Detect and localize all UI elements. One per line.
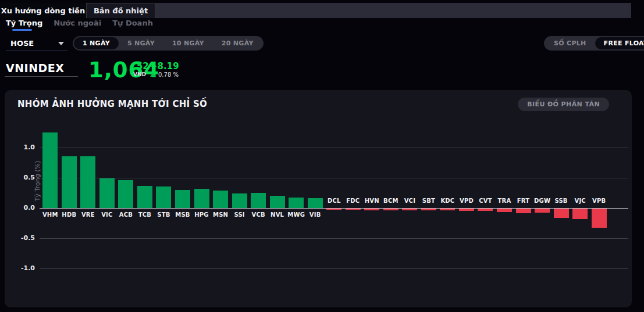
bar-msn[interactable]: [213, 191, 228, 208]
index-name-underline: [5, 76, 78, 77]
index-value: 1,064: [88, 58, 159, 83]
bar-slot-vjc: VJC: [571, 125, 590, 305]
gridline: -0.5: [40, 238, 628, 239]
bar-dgw[interactable]: [535, 208, 550, 213]
bar-slot-vpb: VPB: [589, 125, 609, 305]
bar-nvl[interactable]: [270, 196, 285, 208]
free-float-button[interactable]: FREE FLOAT: [595, 37, 644, 49]
y-tick-label: 0.5: [24, 174, 35, 181]
chevron-down-icon: [58, 42, 64, 45]
y-tick-label: 1.0: [24, 144, 35, 151]
bar-tra[interactable]: [497, 208, 512, 212]
bar-vpb[interactable]: [592, 208, 607, 228]
float-toggle-group: SỐ CPLH FREE FLOAT: [544, 36, 644, 51]
bar-vre[interactable]: [80, 156, 95, 208]
main-tab-bar: Xu hướng dòng tiền Bản đồ nhiệt: [0, 3, 631, 18]
sub-tab-bar: Tỷ Trọng Nước ngoài Tự Doanh: [6, 19, 153, 31]
bar-vcb[interactable]: [251, 193, 266, 208]
bar-slot-vci: VCI: [400, 125, 419, 305]
period-button-1-day[interactable]: 1 NGÀY: [74, 37, 119, 49]
bar-mwg[interactable]: [289, 198, 304, 208]
subtab-nuoc-ngoai[interactable]: Nước ngoài: [54, 19, 101, 31]
bar-tcb[interactable]: [137, 186, 152, 208]
bar-slot-bcm: BCM: [382, 125, 401, 305]
gridline: 0.5: [40, 178, 628, 178]
y-tick-label: 0.0: [24, 204, 35, 211]
bar-slot-frt: FRT: [514, 125, 533, 305]
tab-heatmap[interactable]: Bản đồ nhiệt: [86, 3, 155, 18]
bar-vjc[interactable]: [572, 208, 588, 219]
chart-title: NHÓM ẢNH HƯỞNG MẠNH TỚI CHỈ SỐ: [17, 99, 207, 109]
bar-slot-dgw: DGW: [533, 125, 552, 305]
tab-heatmap-label: Bản đồ nhiệt: [94, 6, 148, 15]
bar-slot-cvt: CVT: [476, 125, 495, 305]
period-toggle-group: 1 NGÀY 5 NGÀY 10 NGÀY 20 NGÀY: [73, 36, 264, 51]
scatter-chart-button[interactable]: BIỂU ĐỒ PHÂN TÁN: [518, 98, 609, 111]
bar-stb[interactable]: [156, 187, 171, 208]
tab-money-flow-trend-label: Xu hướng dòng tiền: [1, 6, 85, 15]
bar-slot-sbt: SBT: [419, 125, 439, 305]
active-subtab-underline: [12, 29, 32, 31]
y-tick-label: -0.5: [21, 234, 35, 242]
index-value-fraction: .52: [133, 62, 149, 71]
y-tick-label: -1.0: [21, 264, 35, 272]
plot-area: VHMHDBVREVICACBTCBSTBMSBHPGMSNSSIVCBNVLM…: [40, 125, 628, 305]
exchange-select-value: HOSE: [10, 39, 34, 48]
bar-slot-kdc: KDC: [438, 125, 457, 305]
tab-money-flow-trend[interactable]: Xu hướng dòng tiền: [0, 3, 86, 18]
subtab-ty-trong-label: Tỷ Trọng: [6, 19, 42, 27]
bar-slot-ssb: SSB: [552, 125, 571, 305]
bars-container: VHMHDBVREVICACBTCBSTBMSBHPGMSNSSIVCBNVLM…: [41, 125, 609, 305]
zero-axis-line: 0.0: [40, 208, 628, 209]
index-currency: VND: [133, 71, 149, 78]
subtab-tu-doanh[interactable]: Tự Doanh: [112, 19, 153, 31]
bar-slot-tra: TRA: [495, 125, 514, 305]
impact-chart-panel: NHÓM ẢNH HƯỞNG MẠNH TỚI CHỈ SỐ BIỂU ĐỒ P…: [5, 90, 632, 307]
gridline: -1.0: [40, 268, 628, 269]
subtab-nuoc-ngoai-label: Nước ngoài: [54, 19, 101, 27]
period-button-20-day[interactable]: 20 NGÀY: [213, 37, 262, 49]
bar-ssb[interactable]: [554, 208, 569, 218]
bar-slot-hvn: HVN: [362, 125, 382, 305]
period-button-5-day[interactable]: 5 NGÀY: [119, 37, 163, 49]
bar-vib[interactable]: [308, 198, 323, 208]
bar-msb[interactable]: [175, 190, 190, 208]
shares-outstanding-button[interactable]: SỐ CPLH: [545, 37, 595, 49]
bar-vic[interactable]: [99, 178, 115, 208]
exchange-select[interactable]: HOSE: [6, 36, 67, 51]
gridline: 1.0: [40, 148, 628, 148]
bar-vhm[interactable]: [42, 132, 58, 208]
bar-ssi[interactable]: [232, 193, 247, 208]
index-change-block: +8.19 0.78 %: [150, 62, 179, 78]
bar-acb[interactable]: [118, 180, 133, 208]
bar-hpg[interactable]: [194, 189, 209, 208]
index-name: VNINDEX: [6, 62, 64, 74]
x-tick-label-vpb: VPB: [586, 198, 613, 204]
bar-slot-dcl: DCL: [325, 125, 344, 305]
subtab-tu-doanh-label: Tự Doanh: [112, 19, 153, 27]
bar-frt[interactable]: [516, 208, 531, 213]
index-change-value: +8.19: [150, 62, 179, 71]
bar-slot-vib: VIB: [305, 125, 325, 305]
bar-slot-vpd: VPD: [457, 125, 476, 305]
subtab-ty-trong[interactable]: Tỷ Trọng: [6, 19, 42, 31]
index-change-percent: 0.78 %: [158, 71, 179, 78]
index-value-fraction-block: .52 VND: [133, 62, 149, 78]
bar-hdb[interactable]: [62, 156, 77, 208]
period-button-10-day[interactable]: 10 NGÀY: [163, 37, 213, 49]
bar-slot-fdc: FDC: [344, 125, 363, 305]
triangle-up-icon: [150, 73, 156, 77]
